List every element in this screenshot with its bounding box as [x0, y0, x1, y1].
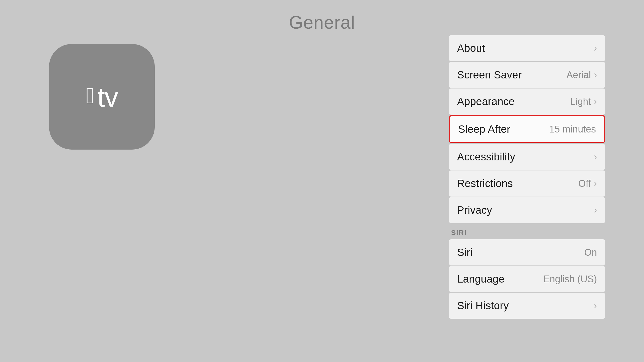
settings-item-appearance[interactable]: Appearance Light › [449, 88, 605, 115]
chevron-siri-history: › [594, 300, 597, 311]
item-right-about: › [594, 43, 597, 54]
chevron-about: › [594, 43, 597, 54]
settings-item-sleep-after[interactable]: Sleep After 15 minutes [449, 115, 605, 143]
item-label-sleep-after: Sleep After [458, 123, 510, 135]
settings-item-about[interactable]: About › [449, 35, 605, 61]
item-value-siri: On [584, 247, 597, 258]
page-title: General [289, 12, 355, 33]
item-right-language: English (US) [543, 274, 597, 285]
chevron-screen-saver: › [594, 70, 597, 80]
item-label-accessibility: Accessibility [457, 151, 515, 163]
settings-item-privacy[interactable]: Privacy › [449, 197, 605, 223]
settings-item-language[interactable]: Language English (US) [449, 266, 605, 292]
apple-icon:  [86, 84, 94, 107]
chevron-privacy: › [594, 205, 597, 215]
item-label-language: Language [457, 273, 504, 285]
settings-item-screen-saver[interactable]: Screen Saver Aerial › [449, 62, 605, 88]
chevron-accessibility: › [594, 152, 597, 162]
settings-list: About › Screen Saver Aerial › Appearance… [449, 35, 605, 319]
item-right-privacy: › [594, 205, 597, 215]
item-label-about: About [457, 42, 485, 54]
chevron-appearance: › [594, 96, 597, 107]
item-label-appearance: Appearance [457, 96, 515, 108]
item-value-language: English (US) [543, 274, 597, 285]
item-label-restrictions: Restrictions [457, 177, 513, 190]
tv-label: tv [97, 81, 118, 113]
item-right-siri-history: › [594, 300, 597, 311]
item-right-restrictions: Off › [578, 178, 597, 189]
item-right-siri: On [584, 247, 597, 258]
item-right-accessibility: › [594, 152, 597, 162]
item-right-sleep-after: 15 minutes [549, 124, 596, 135]
settings-item-restrictions[interactable]: Restrictions Off › [449, 170, 605, 197]
item-value-sleep-after: 15 minutes [549, 124, 596, 135]
settings-item-accessibility[interactable]: Accessibility › [449, 144, 605, 170]
item-label-privacy: Privacy [457, 204, 492, 216]
item-label-siri-history: Siri History [457, 300, 509, 312]
item-value-restrictions: Off [578, 178, 591, 189]
settings-item-siri[interactable]: Siri On [449, 239, 605, 265]
item-label-screen-saver: Screen Saver [457, 69, 522, 81]
item-right-appearance: Light › [570, 96, 597, 107]
item-right-screen-saver: Aerial › [567, 70, 597, 80]
item-label-siri: Siri [457, 246, 472, 258]
apple-tv-brand:  tv [86, 81, 118, 113]
item-value-appearance: Light [570, 96, 591, 107]
siri-section-label: SIRI [449, 224, 605, 239]
chevron-restrictions: › [594, 178, 597, 189]
settings-item-siri-history[interactable]: Siri History › [449, 293, 605, 319]
apple-tv-logo:  tv [49, 44, 155, 150]
item-value-screen-saver: Aerial [567, 70, 591, 80]
